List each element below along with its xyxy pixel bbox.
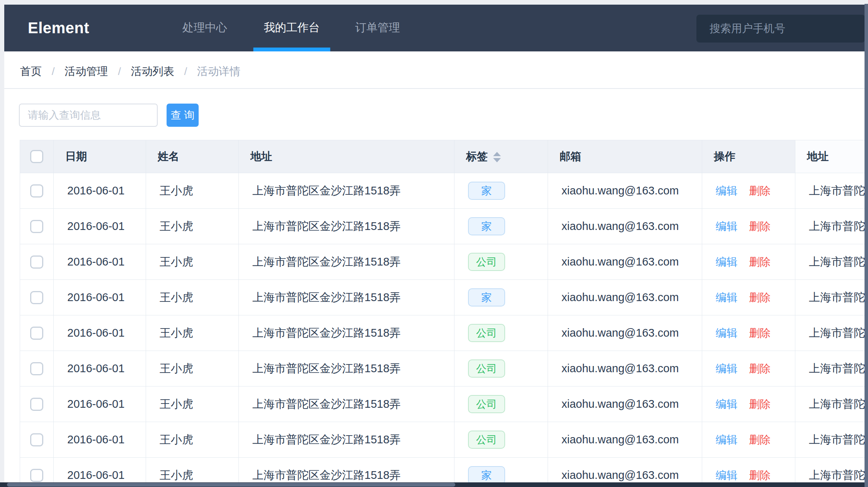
cell-address: 上海市普陀区金沙江路1518弄 bbox=[239, 209, 454, 244]
table-row: 2016-06-01 王小虎 上海市普陀区金沙江路1518弄 家 xiaohu.… bbox=[20, 173, 865, 209]
cell-operations: 编辑删除 bbox=[702, 173, 795, 209]
cell-email: xiaohu.wang@163.com bbox=[548, 387, 702, 422]
cell-tag: 家 bbox=[454, 173, 548, 209]
horizontal-scrollbar-thumb[interactable] bbox=[7, 483, 455, 487]
tag-badge: 家 bbox=[468, 288, 505, 307]
cell-address-fixed: 上海市普陀区金沙江路1518弄 bbox=[795, 422, 865, 458]
table-row: 2016-06-01 王小虎 上海市普陀区金沙江路1518弄 家 xiaohu.… bbox=[20, 209, 865, 244]
tag-badge: 公司 bbox=[468, 253, 505, 271]
edit-link[interactable]: 编辑 bbox=[716, 327, 737, 339]
row-checkbox[interactable] bbox=[30, 255, 43, 269]
top-navbar: Element 处理中心 我的工作台 订单管理 bbox=[4, 5, 865, 51]
cell-name: 王小虎 bbox=[146, 244, 239, 280]
vertical-scrollbar-thumb[interactable] bbox=[865, 4, 868, 487]
tag-badge: 公司 bbox=[468, 324, 505, 342]
cell-name: 王小虎 bbox=[146, 280, 239, 315]
row-checkbox[interactable] bbox=[30, 327, 43, 340]
cell-email: xiaohu.wang@163.com bbox=[548, 244, 702, 280]
cell-tag: 公司 bbox=[454, 351, 548, 387]
cell-address: 上海市普陀区金沙江路1518弄 bbox=[239, 351, 454, 387]
tag-badge: 家 bbox=[468, 466, 505, 482]
column-header-email: 邮箱 bbox=[548, 140, 702, 173]
delete-link[interactable]: 删除 bbox=[749, 256, 771, 268]
row-checkbox[interactable] bbox=[30, 398, 43, 411]
table-row: 2016-06-01 王小虎 上海市普陀区金沙江路1518弄 公司 xiaohu… bbox=[20, 422, 865, 458]
column-header-date: 日期 bbox=[54, 140, 146, 173]
edit-link[interactable]: 编辑 bbox=[716, 220, 737, 232]
phone-search-input[interactable] bbox=[696, 15, 865, 43]
edit-link[interactable]: 编辑 bbox=[716, 398, 737, 410]
cell-operations: 编辑删除 bbox=[702, 351, 795, 387]
row-checkbox[interactable] bbox=[30, 362, 43, 375]
row-checkbox[interactable] bbox=[30, 220, 43, 233]
cell-date: 2016-06-01 bbox=[54, 387, 146, 422]
cell-date: 2016-06-01 bbox=[54, 209, 146, 244]
delete-link[interactable]: 删除 bbox=[749, 398, 771, 410]
column-header-tag: 标签 bbox=[454, 140, 548, 173]
delete-link[interactable]: 删除 bbox=[749, 363, 771, 375]
breadcrumb-activity-list[interactable]: 活动列表 bbox=[131, 65, 174, 77]
edit-link[interactable]: 编辑 bbox=[716, 469, 737, 481]
table-row: 2016-06-01 王小虎 上海市普陀区金沙江路1518弄 家 xiaohu.… bbox=[20, 280, 865, 315]
cell-tag: 公司 bbox=[454, 244, 548, 280]
cell-address: 上海市普陀区金沙江路1518弄 bbox=[239, 280, 454, 315]
breadcrumb-activity-management[interactable]: 活动管理 bbox=[65, 65, 108, 77]
column-header-address-fixed: 地址 bbox=[795, 140, 865, 173]
edit-link[interactable]: 编辑 bbox=[716, 291, 737, 303]
nav-tab-my-workbench[interactable]: 我的工作台 bbox=[254, 5, 330, 51]
edit-link[interactable]: 编辑 bbox=[716, 185, 737, 197]
cell-operations: 编辑删除 bbox=[702, 458, 795, 483]
cell-name: 王小虎 bbox=[146, 458, 239, 483]
cell-email: xiaohu.wang@163.com bbox=[548, 351, 702, 387]
cell-date: 2016-06-01 bbox=[54, 244, 146, 280]
table-row: 2016-06-01 王小虎 上海市普陀区金沙江路1518弄 公司 xiaohu… bbox=[20, 315, 865, 351]
cell-operations: 编辑删除 bbox=[702, 209, 795, 244]
delete-link[interactable]: 删除 bbox=[749, 327, 771, 339]
breadcrumb-activity-detail: 活动详情 bbox=[197, 65, 240, 77]
nav-tab-processing-center[interactable]: 处理中心 bbox=[172, 5, 238, 51]
cell-tag: 家 bbox=[454, 280, 548, 315]
delete-link[interactable]: 删除 bbox=[749, 220, 771, 232]
row-checkbox[interactable] bbox=[30, 291, 43, 304]
nav-tab-order-management[interactable]: 订单管理 bbox=[345, 5, 410, 51]
cell-operations: 编辑删除 bbox=[702, 244, 795, 280]
breadcrumb-home[interactable]: 首页 bbox=[20, 65, 42, 77]
delete-link[interactable]: 删除 bbox=[749, 434, 771, 446]
breadcrumb-separator: / bbox=[118, 65, 121, 77]
cell-email: xiaohu.wang@163.com bbox=[548, 280, 702, 315]
cell-tag: 家 bbox=[454, 209, 548, 244]
cell-address: 上海市普陀区金沙江路1518弄 bbox=[239, 315, 454, 351]
cell-name: 王小虎 bbox=[146, 315, 239, 351]
tag-badge: 公司 bbox=[468, 359, 505, 378]
delete-link[interactable]: 删除 bbox=[749, 185, 771, 197]
row-checkbox[interactable] bbox=[30, 184, 43, 198]
table-header-row: 日期 姓名 地址 标签 邮箱 操作 地址 bbox=[20, 140, 865, 173]
cell-email: xiaohu.wang@163.com bbox=[548, 422, 702, 458]
query-button[interactable]: 查 询 bbox=[167, 104, 199, 127]
edit-link[interactable]: 编辑 bbox=[716, 434, 737, 446]
cell-email: xiaohu.wang@163.com bbox=[548, 458, 702, 483]
cell-operations: 编辑删除 bbox=[702, 387, 795, 422]
select-all-checkbox[interactable] bbox=[30, 150, 43, 163]
tag-badge: 公司 bbox=[468, 395, 505, 413]
cell-operations: 编辑删除 bbox=[702, 280, 795, 315]
cell-address: 上海市普陀区金沙江路1518弄 bbox=[239, 422, 454, 458]
caret-up-down-icon[interactable] bbox=[493, 152, 501, 162]
edit-link[interactable]: 编辑 bbox=[716, 363, 737, 375]
cell-tag: 公司 bbox=[454, 387, 548, 422]
edit-link[interactable]: 编辑 bbox=[716, 256, 737, 268]
brand-logo: Element bbox=[28, 5, 89, 51]
breadcrumb-separator: / bbox=[184, 65, 187, 77]
cell-address-fixed: 上海市普陀区金沙江路1518弄 bbox=[795, 173, 865, 209]
row-checkbox[interactable] bbox=[30, 469, 43, 482]
delete-link[interactable]: 删除 bbox=[749, 291, 771, 303]
cell-date: 2016-06-01 bbox=[54, 458, 146, 483]
table-row: 2016-06-01 王小虎 上海市普陀区金沙江路1518弄 公司 xiaohu… bbox=[20, 351, 865, 387]
table-row: 2016-06-01 王小虎 上海市普陀区金沙江路1518弄 公司 xiaohu… bbox=[20, 244, 865, 280]
breadcrumb-separator: / bbox=[52, 65, 55, 77]
row-checkbox[interactable] bbox=[30, 433, 43, 446]
cell-date: 2016-06-01 bbox=[54, 351, 146, 387]
delete-link[interactable]: 删除 bbox=[749, 469, 771, 481]
column-header-name: 姓名 bbox=[146, 140, 239, 173]
query-input[interactable] bbox=[19, 104, 158, 127]
